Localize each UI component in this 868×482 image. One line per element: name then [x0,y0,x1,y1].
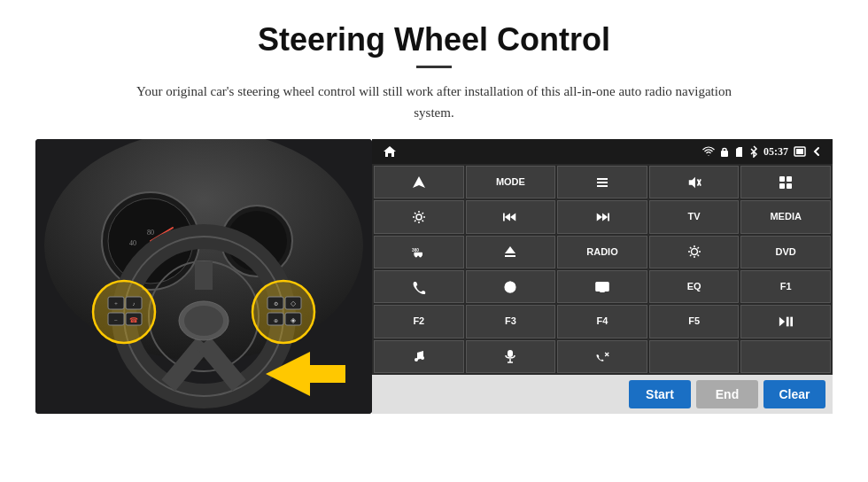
svg-text:☎: ☎ [129,316,138,324]
phoneanswer-btn[interactable] [557,340,647,373]
svg-rect-86 [508,350,513,357]
mute-btn[interactable] [649,166,740,198]
360car-btn[interactable]: 360 [374,236,464,268]
svg-rect-55 [503,214,505,222]
phone-btn[interactable] [374,270,464,303]
back-icon [811,146,822,157]
svg-point-52 [416,214,422,220]
media-btn[interactable]: MEDIA [740,200,831,233]
svg-rect-83 [791,317,794,327]
svg-point-18 [93,281,155,343]
display-icon [595,280,609,294]
music-icon [412,349,426,363]
forward-icon [595,210,609,224]
settings-btn[interactable] [374,200,464,233]
eject-icon [503,245,517,259]
mode-btn[interactable]: MODE [466,166,556,198]
svg-rect-49 [787,176,792,182]
f3-btn[interactable]: F3 [466,305,556,338]
wifi-icon [702,146,715,157]
svg-line-72 [697,247,699,249]
svg-rect-42 [597,178,608,180]
eject-btn[interactable] [466,236,556,268]
radio-btn[interactable]: RADIO [557,236,647,268]
svg-rect-44 [597,185,608,187]
svg-text:◈: ◈ [291,316,297,324]
svg-point-27 [252,281,314,343]
dvd-btn[interactable]: DVD [740,236,831,268]
svg-point-85 [421,356,424,360]
fullscreen-icon [794,146,806,157]
svg-marker-54 [510,214,515,222]
svg-text:80: 80 [147,229,154,237]
svg-rect-79 [596,282,608,291]
start-button[interactable]: Start [629,380,691,408]
phone-icon [412,280,426,294]
grid-btn[interactable] [740,166,831,198]
svg-marker-45 [688,176,694,187]
display-btn[interactable] [557,270,647,303]
settings-icon [412,210,426,224]
end-button[interactable]: End [696,380,758,408]
grid-icon [779,175,793,190]
navigate-btn[interactable] [374,166,464,198]
mute-icon [687,175,701,190]
time-display: 05:37 [763,145,788,159]
rewind-btn[interactable] [466,200,556,233]
status-bar-left [383,145,397,158]
svg-rect-51 [787,183,792,189]
sim-icon [734,146,744,158]
tv-btn[interactable]: TV [649,200,740,233]
eq-btn[interactable]: EQ [649,270,740,303]
control-panel: 05:37 MODE [372,139,833,414]
home-icon [383,145,397,158]
page-wrapper: Steering Wheel Control Your original car… [0,0,868,482]
svg-line-71 [697,255,699,257]
svg-text:⊕: ⊕ [274,318,278,323]
globe-btn[interactable] [466,270,556,303]
svg-point-65 [691,249,697,255]
empty-cell-1 [649,340,740,373]
svg-text:◇: ◇ [291,299,297,307]
svg-marker-81 [779,317,785,327]
svg-text:♪: ♪ [133,301,136,307]
list-btn[interactable] [557,166,647,198]
svg-rect-43 [597,182,608,183]
brightness-icon [687,245,701,259]
forward-btn[interactable] [557,200,647,233]
f2-btn[interactable]: F2 [374,305,464,338]
svg-text:+: + [114,300,118,307]
f1-btn[interactable]: F1 [740,270,831,303]
svg-marker-41 [413,176,425,188]
navigate-icon [412,175,426,190]
bluetooth-icon [749,145,758,158]
svg-marker-63 [505,246,515,253]
page-title: Steering Wheel Control [258,21,610,58]
svg-rect-38 [721,151,728,157]
title-divider [416,66,452,68]
clear-button[interactable]: Clear [763,380,825,408]
svg-marker-57 [597,214,602,222]
steering-wheel-image: 80 120 40 [35,139,372,414]
f4-btn[interactable]: F4 [557,305,647,338]
playpause-btn[interactable] [740,305,831,338]
page-subtitle: Your original car's steering wheel contr… [133,81,735,123]
svg-rect-48 [779,176,785,182]
bottom-bar: Start End Clear [372,375,833,414]
svg-text:−: − [114,317,118,324]
playpause-icon [779,315,793,329]
svg-line-73 [690,255,692,257]
svg-rect-58 [608,214,609,222]
f5-btn[interactable]: F5 [649,305,740,338]
svg-rect-82 [787,317,789,327]
mic-btn[interactable] [466,340,556,373]
lock-icon [720,146,729,158]
button-grid: MODE [372,164,833,375]
svg-text:40: 40 [129,239,136,247]
brightness-btn[interactable] [649,236,740,268]
360car-icon: 360 [412,245,426,259]
music-btn[interactable] [374,340,464,373]
svg-rect-40 [796,149,803,154]
status-icons-right: 05:37 [702,145,822,159]
svg-rect-50 [779,183,785,189]
